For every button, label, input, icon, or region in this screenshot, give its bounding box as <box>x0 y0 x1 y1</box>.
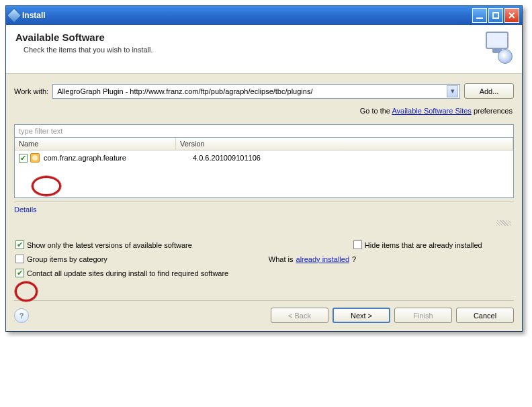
available-software-sites-link[interactable]: Available Software Sites <box>392 107 471 115</box>
table-row[interactable]: ✔ com.franz.agraph.feature 4.0.6.2010091… <box>15 150 513 165</box>
wizard-buttons: < Back Next > Finish Cancel <box>271 308 514 323</box>
details-panel <box>14 214 514 232</box>
wizard-footer: ? < Back Next > Finish Cancel <box>14 300 514 323</box>
window-controls: ✕ <box>472 8 519 23</box>
group-category-checkbox[interactable] <box>15 255 24 263</box>
work-with-row: Work with: ▾ Add... <box>14 81 514 103</box>
finish-button[interactable]: Finish <box>394 308 452 323</box>
filter-input[interactable]: type filter text <box>14 124 514 138</box>
back-button[interactable]: < Back <box>271 308 328 323</box>
group-category-label: Group items by category <box>27 255 107 263</box>
row-name: com.franz.agraph.feature <box>42 154 190 162</box>
feature-icon <box>30 153 40 163</box>
page-subtitle: Check the items that you wish to install… <box>24 46 153 54</box>
show-latest-checkbox[interactable]: ✔ <box>15 240 24 249</box>
column-name[interactable]: Name <box>15 138 176 150</box>
install-window: Install ✕ Available Software Check the i… <box>5 5 523 332</box>
wizard-header: Available Software Check the items that … <box>6 25 522 74</box>
contact-all-checkbox[interactable]: ✔ <box>15 269 24 277</box>
show-latest-label: Show only the latest versions of availab… <box>27 241 192 249</box>
next-button[interactable]: Next > <box>332 308 390 323</box>
row-checkbox[interactable]: ✔ <box>19 154 28 163</box>
chevron-down-icon[interactable]: ▾ <box>447 85 458 97</box>
titlebar[interactable]: Install ✕ <box>6 6 522 25</box>
add-button[interactable]: Add... <box>464 83 514 99</box>
row-version: 4.0.6.201009101106 <box>193 154 509 162</box>
install-icon <box>480 32 513 64</box>
cancel-button[interactable]: Cancel <box>456 308 514 323</box>
wizard-content: Work with: ▾ Add... Go to the Available … <box>6 74 522 331</box>
work-with-label: Work with: <box>14 87 48 95</box>
site-preferences-hint: Go to the Available Software Sites prefe… <box>14 103 514 120</box>
hide-installed-label: Hide items that are already installed <box>365 241 482 249</box>
contact-all-label: Contact all update sites during install … <box>27 269 228 277</box>
maximize-button[interactable] <box>488 8 503 23</box>
page-title: Available Software <box>15 32 153 43</box>
work-with-input[interactable] <box>56 85 447 97</box>
work-with-combo[interactable]: ▾ <box>52 84 460 99</box>
column-version[interactable]: Version <box>176 138 513 150</box>
software-table: Name Version ✔ com.franz.agraph.feature … <box>14 138 514 198</box>
details-heading: Details <box>14 201 514 214</box>
close-button[interactable]: ✕ <box>504 8 519 23</box>
app-icon <box>7 8 22 24</box>
options-group: ✔ Show only the latest versions of avail… <box>14 232 514 281</box>
hide-installed-checkbox[interactable] <box>353 240 362 249</box>
table-header: Name Version <box>15 138 513 150</box>
window-title: Install <box>22 11 46 20</box>
minimize-button[interactable] <box>472 8 487 23</box>
help-icon[interactable]: ? <box>14 308 29 323</box>
resize-grip-icon[interactable] <box>496 220 511 226</box>
already-installed-link[interactable]: already installed <box>296 255 350 263</box>
